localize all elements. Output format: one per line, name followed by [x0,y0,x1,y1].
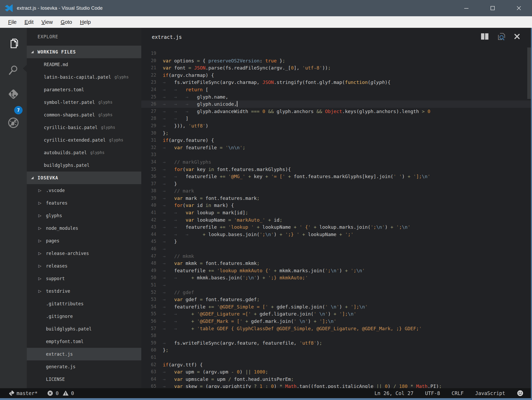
working-file-item[interactable]: latin-basic-capital.patelglyphs [27,71,141,83]
code-line[interactable]: 23→fs.writeFileSync(argv.charmap, JSON.s… [141,79,531,86]
code-line[interactable]: 55→→ + '@GDEF_Ligature =[' + gdef.ligatu… [141,310,531,318]
code-line[interactable]: 60}; [141,346,531,354]
code-line[interactable]: 31if(argv.feature) { [141,137,531,144]
code-line[interactable]: 54→featurefile += '@GDEF_Simple = [' + g… [141,303,531,311]
code-line[interactable]: 62if(argv.ttf) { [141,361,531,369]
code-line[interactable]: 39→var mark = font.features.mark; [141,195,531,202]
git-activity-button[interactable]: 7 [0,88,27,104]
code-line[interactable]: 56→→ + '@GDEF_Mark = [' + gdef.mark.join… [141,318,531,325]
code-line[interactable]: 44→→→ + lookup.bases.join(';\n') + ';} '… [141,231,531,238]
tree-folder-pages[interactable]: ▷pages [27,234,141,247]
menu-item-edit[interactable]: Edit [20,16,37,28]
working-file-item[interactable]: cyrillic-extended.patelglyphs [27,134,141,146]
code-line[interactable]: 26→→→glyph.unicode, [141,100,531,108]
code-line[interactable]: 49→featurefile += 'lookup mkmkAuto {' + … [141,267,531,274]
preview-search-icon[interactable] [497,32,506,42]
code-editor[interactable]: 1920var options = { preserveOS2Version: … [141,46,531,388]
minimize-button[interactable] [453,0,479,16]
tree-file--gitignore[interactable]: .gitignore [27,310,141,323]
code-line[interactable]: 32→var featurefile = '\n\n'; [141,144,531,151]
tree-folder-release-archives[interactable]: ▷release-archives [27,247,141,260]
code-line[interactable]: 35→for(var key in font.features.markGlyp… [141,166,531,173]
tree-file-license[interactable]: LICENSE [27,373,141,386]
feedback-smiley-icon[interactable] [517,390,524,397]
language-mode[interactable]: JavaScript [475,390,505,396]
search-activity-button[interactable] [0,62,27,79]
close-editor-icon[interactable] [514,33,520,41]
code-line[interactable]: 21var font = JSON.parse(fs.readFileSync(… [141,64,531,72]
code-line[interactable]: 61 [141,354,531,361]
menu-item-help[interactable]: Help [76,16,95,28]
code-line[interactable]: 58 [141,332,531,339]
tree-folder-testdrive[interactable]: ▷testdrive [27,285,141,297]
tree-folder-releases[interactable]: ▷releases [27,260,141,272]
menu-item-goto[interactable]: Goto [57,16,76,28]
code-line[interactable]: 20var options = { preserveOS2Version: tr… [141,57,531,65]
cursor-position[interactable]: Ln 26, Col 27 [374,390,414,396]
working-file-item[interactable]: common-shapes.patelglyphs [27,109,141,121]
code-line[interactable]: 25→→→glyph.name, [141,93,531,101]
working-file-item[interactable]: parameters.toml [27,83,141,96]
editor-scrollbar[interactable] [527,47,531,99]
debug-activity-button[interactable] [0,114,27,131]
working-file-item[interactable]: README.md [27,58,141,71]
project-section-header[interactable]: IOSEVKA [27,172,141,184]
code-line[interactable]: 34→// markGlyphs [141,158,531,166]
tree-file-buildglyphs-patel[interactable]: buildglyphs.patel [27,323,141,335]
code-line[interactable]: 37→} [141,180,531,188]
code-line[interactable]: 19 [141,50,531,57]
working-file-item[interactable]: symbol-letter.patelglyphs [27,96,141,109]
maximize-button[interactable] [479,0,506,16]
code-line[interactable]: 59→fs.writeFileSync(argv.feature, featur… [141,339,531,347]
tree-folder-support[interactable]: ▷support [27,272,141,285]
code-line[interactable]: 41→→var lookup = mark[id]; [141,209,531,216]
tree-folder-glyphs[interactable]: ▷glyphs [27,209,141,222]
code-line[interactable]: 28→→] [141,115,531,122]
code-line[interactable]: 52→// gdef [141,289,531,296]
errors-indicator[interactable]: 0 [47,390,59,396]
working-file-item[interactable]: cyrillic-basic.patelglyphs [27,121,141,134]
code-line[interactable]: 33 [141,151,531,158]
code-line[interactable]: 47→// mkmk [141,253,531,260]
code-line[interactable]: 48→var mkmk = font.features.mkmk; [141,260,531,267]
code-line[interactable]: 36→→featurefile += '@MG_' + key + '= [' … [141,173,531,180]
tree-folder-features[interactable]: ▷features [27,197,141,209]
working-file-item[interactable]: autobuilds.patelglyphs [27,146,141,159]
close-window-button[interactable] [506,0,532,16]
code-line[interactable]: 42→→var lookupName = 'markAuto_' + id; [141,216,531,224]
tab-extract-js[interactable]: extract.js [152,28,182,46]
code-line[interactable]: 45→} [141,238,531,245]
code-line[interactable]: 38→// mark [141,187,531,195]
menu-item-view[interactable]: View [38,16,57,28]
working-file-item[interactable]: buildglyphs.patel [27,159,141,172]
working-files-section-header[interactable]: WORKING FILES [27,46,141,58]
encoding-indicator[interactable]: UTF-8 [425,390,440,396]
code-line[interactable]: 51→ [141,281,531,289]
code-line[interactable]: 40→for(var id in mark) { [141,202,531,209]
menu-item-file[interactable]: File [4,16,20,28]
code-line[interactable]: 46→ [141,245,531,253]
tree-file-extract-js[interactable]: extract.js [27,348,141,360]
code-line[interactable]: 30}; [141,130,531,137]
code-line[interactable]: 29→})), 'utf8') [141,122,531,130]
tree-file-generate-js[interactable]: generate.js [27,360,141,373]
tree-folder--vscode[interactable]: ▷.vscode [27,184,141,197]
tree-file-emptyfont-toml[interactable]: emptyfont.toml [27,335,141,348]
split-editor-icon[interactable] [481,33,489,41]
code-line[interactable]: 57→→ + 'table GDEF { GlyphClassDef @GDEF… [141,325,531,332]
code-line[interactable]: 63→var upm = (argv.upm - 0) || 1000; [141,368,531,376]
tree-file--gitattributes[interactable]: .gitattributes [27,297,141,310]
code-line[interactable]: 43→→featurefile += 'lookup ' + lookupNam… [141,223,531,231]
code-line[interactable]: 27→→→glyph.advanceWidth === 0 && glyph.a… [141,108,531,115]
code-line[interactable]: 65→var skew = (argv.uprightify ? 1 : 0) … [141,383,531,388]
code-line[interactable]: 24→→return [ [141,86,531,93]
git-branch-indicator[interactable]: master* [9,390,38,397]
code-line[interactable]: 22if(argv.charmap) { [141,72,531,79]
eol-indicator[interactable]: CRLF [452,390,464,396]
tree-folder-node-modules[interactable]: ▷node_modules [27,222,141,234]
warnings-indicator[interactable]: 0 [62,390,74,396]
explorer-activity-button[interactable] [0,36,27,52]
code-line[interactable]: 53→var gdef = font.features.gdef; [141,296,531,303]
code-line[interactable]: 50→→ + mkmk.bases.join(';\n') + ';} mkmk… [141,274,531,281]
code-line[interactable]: 64→var upmscale = upm / font.head.unitsP… [141,376,531,383]
